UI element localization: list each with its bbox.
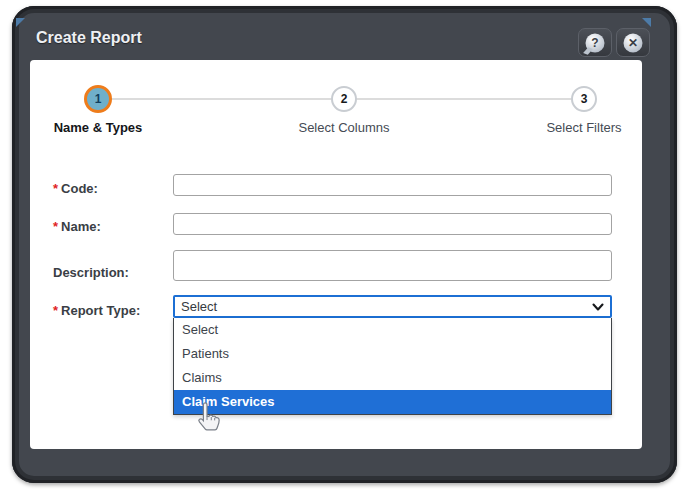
chevron-down-icon	[592, 301, 604, 313]
option-select[interactable]: Select	[174, 318, 611, 342]
description-input[interactable]	[173, 250, 612, 281]
close-button[interactable]: ✕	[616, 28, 650, 57]
code-label: *Code:	[53, 181, 171, 196]
dialog-body: 1 Name & Types 2 Select Columns 3 Select…	[30, 60, 642, 449]
report-type-option-list: Select Patients Claims Claim Services	[173, 318, 612, 415]
report-type-selected-value: Select	[181, 299, 217, 314]
report-type-label: *Report Type:	[53, 303, 171, 318]
report-type-label-text: Report Type:	[61, 303, 140, 318]
required-marker: *	[53, 219, 58, 234]
required-marker: *	[53, 303, 58, 318]
description-label-text: Description:	[53, 265, 129, 280]
step-1-label: Name & Types	[18, 120, 178, 135]
help-button[interactable]: ?	[578, 28, 612, 57]
step-1-name-and-types[interactable]: 1	[84, 85, 112, 113]
report-type-select[interactable]: Select	[173, 295, 612, 318]
code-input[interactable]	[173, 174, 612, 196]
code-label-text: Code:	[61, 181, 98, 196]
step-3-label: Select Filters	[504, 120, 664, 135]
name-label: *Name:	[53, 219, 171, 234]
option-patients[interactable]: Patients	[174, 342, 611, 366]
name-input[interactable]	[173, 213, 612, 235]
description-label: Description:	[53, 265, 171, 280]
step-2-label: Select Columns	[264, 120, 424, 135]
option-claim-services[interactable]: Claim Services	[174, 390, 611, 414]
step-3-select-filters[interactable]: 3	[571, 86, 597, 112]
annotation-handle-top-left-icon	[16, 18, 25, 27]
step-2-select-columns[interactable]: 2	[331, 86, 357, 112]
create-report-dialog: Create Report ? ✕ 1 Name & Types 2 Selec…	[12, 6, 677, 483]
name-label-text: Name:	[61, 219, 101, 234]
option-claims[interactable]: Claims	[174, 366, 611, 390]
required-marker: *	[53, 181, 58, 196]
page: { "window": { "title": "Create Report" }…	[0, 0, 688, 492]
close-icon: ✕	[624, 33, 643, 52]
annotation-handle-top-right-icon	[642, 18, 651, 27]
dialog-title: Create Report	[36, 29, 142, 47]
